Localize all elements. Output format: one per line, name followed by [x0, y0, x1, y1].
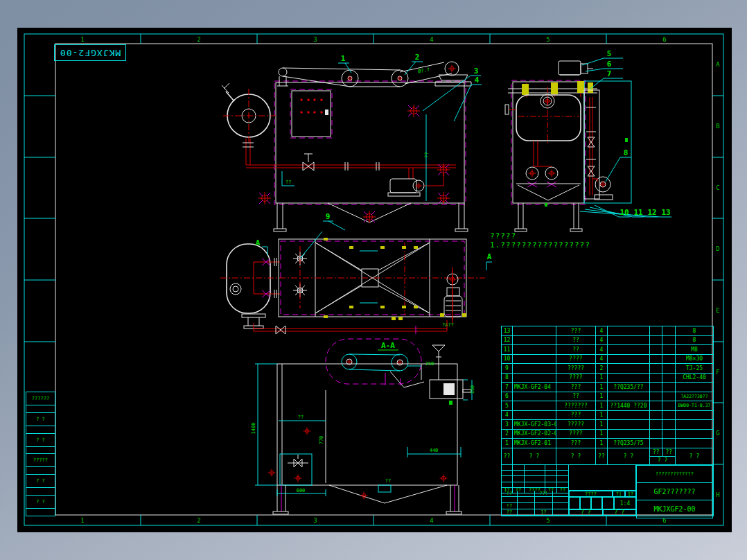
side-pump	[592, 177, 613, 200]
front-tank	[222, 83, 276, 143]
front-view: ?? ??	[222, 62, 471, 231]
section-dimensions: 1400 770 ?? 600 440 250 150	[251, 361, 475, 496]
table-row: 9?????2TJ-25	[502, 364, 713, 374]
left-label: ? ?	[26, 434, 55, 447]
parts-list-table: 13???48 12??48 11??4M8 10????4M8×30 9???…	[501, 326, 714, 465]
left-label: ??????	[26, 392, 55, 405]
zone-bot-1: 1	[80, 517, 84, 524]
section-view-label: A-A	[381, 341, 395, 350]
zone-right-d: D	[716, 245, 719, 252]
balloon-11: 11	[633, 208, 643, 217]
balloon-1: 1	[341, 54, 346, 63]
belt-conveyor	[277, 62, 471, 87]
balloon-8: 8	[624, 148, 629, 157]
company-name: ?????????????	[636, 465, 713, 483]
left-label-box: ? ?	[26, 412, 55, 434]
balloon-5: 5	[607, 49, 612, 58]
plan-pump-label: ?A??	[442, 322, 454, 328]
table-row: 8????1CHL2-40	[502, 374, 713, 383]
table-row: 10????4M8×30	[502, 355, 713, 365]
balloon-6: 6	[607, 60, 612, 69]
table-row: 7MKJX-GF2-04???1??Q235/??	[502, 383, 713, 392]
zone-right-a: A	[716, 61, 720, 68]
left-label-box: ??????	[26, 392, 55, 413]
left-label-box: ? ?	[26, 495, 55, 516]
zone-right-b: B	[716, 123, 719, 130]
section-view: A-A ??	[251, 339, 475, 514]
scale-value: 1:4	[614, 497, 636, 509]
plan-tank	[227, 244, 270, 329]
zone-right-h: H	[716, 491, 719, 498]
dim-inner-height: 770	[319, 436, 324, 445]
technical-notes: ????? 1.?????????????????	[490, 231, 590, 250]
col-material: ? ?	[608, 448, 650, 464]
zone-top-4: 4	[430, 36, 433, 43]
front-pump	[388, 173, 443, 196]
table-row: 5???????1??1440 ??20BWD0-T1-0.37	[502, 401, 713, 411]
table-row: 6??1?A22??30??	[502, 392, 713, 402]
left-label: ? ?	[26, 496, 55, 509]
balloon-13: 13	[661, 208, 670, 217]
note-item-1: 1.?????????????????	[490, 240, 590, 250]
stage-label: ????	[569, 491, 613, 497]
zone-top-1: 1	[80, 36, 84, 43]
plan-view: ?A?? A A	[220, 231, 492, 334]
zone-top-2: 2	[197, 36, 200, 43]
col-no: ??	[502, 448, 513, 464]
col-split: ???? ? ?	[650, 448, 676, 464]
section-flotation-cell	[326, 339, 424, 387]
col-remark: ? ?	[676, 448, 713, 464]
left-label-box: ? ?	[26, 474, 55, 496]
table-row: 3MKJX-GF2-03-00?????1	[502, 420, 713, 430]
col-name: ? ?	[556, 448, 596, 464]
drawing-number: MKJXGF2-00	[636, 500, 713, 518]
corner-drawing-number-text: MKJXGF2-00	[60, 48, 121, 58]
zone-top-3: 3	[313, 36, 317, 43]
zone-right-e: E	[716, 307, 719, 314]
balloon-10: 10	[619, 208, 629, 217]
zone-right-c: C	[716, 184, 719, 191]
product-title: GF2???????	[636, 482, 713, 500]
zone-right-f: F	[716, 369, 719, 376]
side-view	[505, 61, 631, 231]
balloons-front: 1 2 Ø?.? 3 4 9	[323, 53, 482, 230]
zone-bot-2: 2	[197, 517, 200, 524]
section-mark-a-left: A	[256, 238, 261, 247]
table-row: 2MKJX-GF2-02-00????1	[502, 430, 713, 439]
zone-bot-5: 5	[546, 517, 550, 524]
dim-height: 1400	[251, 423, 256, 435]
dim-misc3: ??	[385, 478, 391, 484]
dim-top-right: 250	[425, 361, 434, 367]
cad-viewer: { "colors":{"frame":"#00e2e2","text":"#0…	[0, 0, 747, 560]
quality-label: ?|	[613, 491, 625, 497]
signature-grid: !???! !? ??1?	[502, 491, 569, 516]
left-label: ? ?	[26, 475, 55, 488]
zone-right-g: G	[716, 430, 719, 437]
left-label-box: ? ?	[26, 433, 55, 455]
table-row: 12??48	[502, 336, 713, 346]
dim-width-bl: 600	[297, 488, 306, 493]
table-row: 13???48	[502, 326, 713, 336]
title-block: 1??????????? !???! !? ??1? ???? ?| 1? 1:…	[501, 464, 714, 516]
balloon-12: 12	[647, 208, 656, 217]
revision-grid: 1???????????	[502, 465, 569, 493]
zone-bot-4: 4	[430, 517, 433, 524]
title-right-column: ????????????? GF2??????? MKJXGF2-00	[636, 465, 713, 516]
front-hopper	[274, 203, 468, 231]
table-row: 4???1	[502, 411, 713, 421]
dim-box-height: 150	[470, 385, 475, 394]
sheet-number: ? ?	[603, 509, 637, 516]
side-piping	[526, 90, 613, 200]
dim-misc2: ??	[424, 152, 430, 158]
balloon-4: 4	[475, 76, 480, 85]
control-panel	[290, 89, 332, 138]
parts-list-header: ?? ? ? ? ? ?? ? ? ???? ? ? ? ?	[502, 448, 713, 464]
table-row: 11??4M8	[502, 345, 713, 355]
balloons-side: 5 6 7 8 10 11 12 13	[580, 49, 671, 217]
dim-belt-dia: Ø?.?	[418, 67, 430, 75]
left-label: ?????	[26, 454, 55, 467]
balloon-3: 3	[474, 67, 479, 76]
dim-width-right: 440	[430, 448, 439, 453]
zone-bot-3: 3	[313, 517, 317, 524]
left-label-box: ?????	[26, 453, 55, 475]
